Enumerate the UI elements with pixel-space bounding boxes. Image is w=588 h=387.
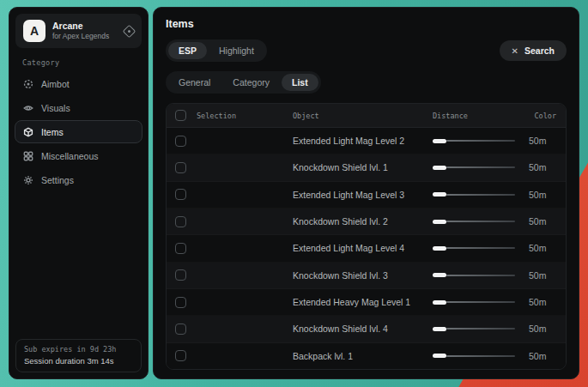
app-name: Arcane <box>52 21 118 32</box>
slider-track <box>446 355 515 357</box>
page-title: Items <box>166 18 567 30</box>
slider-track <box>446 140 515 142</box>
slider-handle[interactable] <box>433 246 446 251</box>
view-tabs: General Category List <box>166 71 567 94</box>
sidebar-item-label: Settings <box>41 175 74 185</box>
distance-value: 50m <box>529 297 546 307</box>
slider-track <box>446 166 515 168</box>
slider-track <box>446 194 515 196</box>
sidebar-item-settings[interactable]: Settings <box>15 168 142 191</box>
table-row: Extended Heavy Mag Level 1 50m <box>167 289 566 316</box>
items-table: Selection Object Distance Color Extended… <box>166 103 567 370</box>
sub-expires-text: Sub expires in 9d 23h <box>24 345 133 354</box>
search-button[interactable]: ✕ Search <box>500 40 567 61</box>
row-checkbox[interactable] <box>175 350 186 361</box>
sidebar-item-label: Aimbot <box>41 79 70 89</box>
main-panel: Items ESP Highlight ✕ Search General Cat… <box>153 7 579 379</box>
eye-icon <box>23 103 33 113</box>
table-row: Knockdown Shield lvl. 3 50m <box>167 263 566 289</box>
distance-slider[interactable] <box>433 139 515 143</box>
grid-icon <box>23 151 33 161</box>
distance-slider[interactable] <box>433 246 515 251</box>
column-color: Color <box>528 112 566 120</box>
distance-slider[interactable] <box>433 166 515 170</box>
table-row: Extended Light Mag Level 3 50m <box>167 182 566 209</box>
row-checkbox[interactable] <box>175 189 186 200</box>
slider-handle[interactable] <box>433 327 446 331</box>
column-object: Object <box>293 112 433 120</box>
row-checkbox[interactable] <box>175 324 186 335</box>
sidebar-item-items[interactable]: Items <box>15 120 142 143</box>
object-name: Knockdown Shield lvl. 3 <box>293 270 433 281</box>
tab-general[interactable]: General <box>168 74 221 91</box>
row-checkbox[interactable] <box>175 243 186 254</box>
tab-category[interactable]: Category <box>222 74 280 91</box>
slider-track <box>446 221 515 222</box>
sidebar-nav: Aimbot Visuals Items Miscellaneous <box>9 72 148 191</box>
row-checkbox[interactable] <box>175 136 186 147</box>
slider-track <box>446 275 515 276</box>
select-all-checkbox[interactable] <box>175 110 186 121</box>
sidebar-item-miscellaneous[interactable]: Miscellaneous <box>15 144 142 167</box>
sidebar-item-visuals[interactable]: Visuals <box>15 96 142 119</box>
object-name: Knockdown Shield lvl. 4 <box>293 324 433 334</box>
sidebar-item-label: Miscellaneous <box>41 151 99 161</box>
table-row: Knockdown Shield lvl. 2 50m <box>167 209 566 235</box>
search-button-label: Search <box>524 45 555 56</box>
distance-slider[interactable] <box>433 354 515 358</box>
app-logo: A <box>23 20 45 42</box>
row-checkbox[interactable] <box>175 269 186 281</box>
table-header: Selection Object Distance Color <box>167 104 566 128</box>
table-row: Extended Light Mag Level 4 50m <box>167 235 566 262</box>
x-icon: ✕ <box>512 46 518 56</box>
slider-handle[interactable] <box>433 220 446 224</box>
distance-slider[interactable] <box>433 327 515 331</box>
row-checkbox[interactable] <box>175 216 186 227</box>
sidebar-item-label: Visuals <box>41 103 70 113</box>
object-name: Backpack lvl. 1 <box>293 351 433 361</box>
mode-tabs: ESP Highlight <box>166 39 267 62</box>
object-name: Knockdown Shield lvl. 1 <box>293 162 433 172</box>
distance-slider[interactable] <box>433 273 515 277</box>
object-name: Knockdown Shield lvl. 2 <box>293 216 433 227</box>
slider-track <box>446 247 515 249</box>
slider-handle[interactable] <box>433 139 446 143</box>
distance-value: 50m <box>529 351 546 361</box>
toolbar: ESP Highlight ✕ Search <box>166 39 567 62</box>
slider-handle[interactable] <box>433 354 446 358</box>
slider-track <box>446 301 515 303</box>
slider-handle[interactable] <box>433 166 446 170</box>
cube-icon <box>23 127 33 137</box>
distance-value: 50m <box>529 243 546 253</box>
slider-track <box>446 328 515 330</box>
object-name: Extended Light Mag Level 3 <box>293 190 433 200</box>
row-checkbox[interactable] <box>175 297 186 308</box>
distance-value: 50m <box>529 324 546 334</box>
distance-slider[interactable] <box>433 192 515 197</box>
sidebar-item-aimbot[interactable]: Aimbot <box>15 72 142 95</box>
app-subtitle: for Apex Legends <box>52 32 118 41</box>
tab-list[interactable]: List <box>282 74 318 91</box>
slider-handle[interactable] <box>433 300 446 305</box>
category-section-label: Category <box>22 58 148 67</box>
slider-handle[interactable] <box>433 273 446 277</box>
tab-esp[interactable]: ESP <box>168 42 207 59</box>
column-distance: Distance <box>433 112 528 120</box>
session-duration-text: Session duration 3m 14s <box>24 356 133 366</box>
pin-icon[interactable] <box>123 24 136 38</box>
row-checkbox[interactable] <box>175 162 186 173</box>
distance-value: 50m <box>529 136 546 146</box>
distance-slider[interactable] <box>433 300 515 305</box>
gear-icon <box>23 175 33 185</box>
slider-handle[interactable] <box>433 192 446 197</box>
distance-value: 50m <box>529 162 546 172</box>
sidebar: A Arcane for Apex Legends Category Aimbo… <box>9 7 149 379</box>
column-selection: Selection <box>197 112 236 120</box>
table-row: Knockdown Shield lvl. 4 50m <box>167 316 566 342</box>
crosshair-icon <box>23 79 33 89</box>
table-row: Extended Light Mag Level 2 50m <box>167 128 566 154</box>
distance-slider[interactable] <box>433 220 515 224</box>
distance-value: 50m <box>529 216 546 227</box>
tab-highlight[interactable]: Highlight <box>209 42 264 59</box>
object-name: Extended Light Mag Level 4 <box>293 243 433 253</box>
